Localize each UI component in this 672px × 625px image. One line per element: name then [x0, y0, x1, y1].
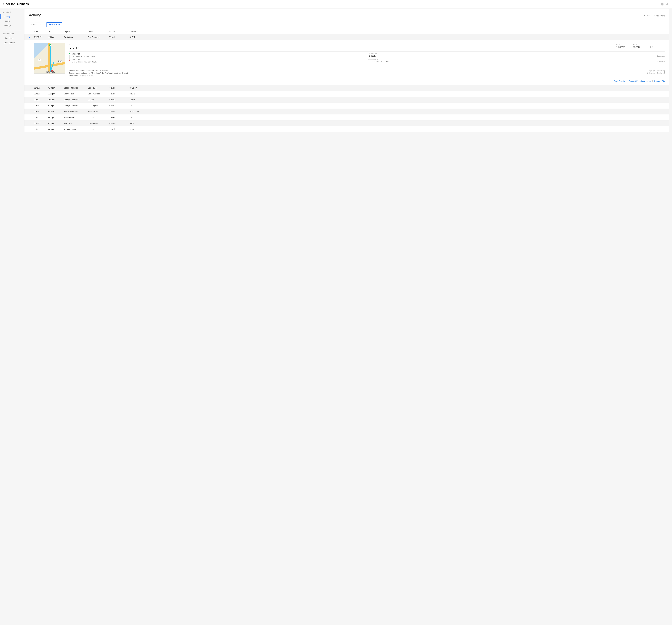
topbar: Uber for Business ?	[0, 0, 672, 8]
cell-service: Travel	[110, 36, 129, 38]
brand-logo: Uber for Business	[3, 2, 29, 6]
activity-panel: Activity All (525)Flagged (1) All Trips …	[24, 9, 669, 132]
cell-employee: Mamie Paul	[64, 93, 88, 95]
tab-all[interactable]: All (525)	[644, 15, 651, 18]
trip-actions: Email Receipt | Request More Information…	[69, 78, 665, 85]
expense-memo-value: Lunch meeting with client	[368, 60, 389, 62]
sidebar-divider	[3, 30, 21, 30]
cell-service: Travel	[110, 116, 129, 119]
chevron-right-icon[interactable]: ›	[29, 122, 34, 124]
cell-service: Central	[110, 122, 129, 124]
map-city-label: Daly City	[46, 71, 55, 73]
note-line: Expense code updated from “GENERAL” to “…	[69, 70, 665, 72]
trips-filter-select[interactable]: All Trips ▼	[29, 22, 45, 27]
cell-location: Los Angeles	[88, 122, 110, 124]
sidebar-item-people[interactable]: People	[0, 19, 24, 23]
cell-employee: Nicholas Mann	[64, 116, 88, 119]
sidebar: ACCOUNT ActivityPeopleSettings PERMISSIO…	[0, 8, 24, 138]
cell-employee: Kyle Ortiz	[64, 122, 88, 124]
col-employee: Employee	[64, 31, 88, 33]
chevron-right-icon[interactable]: ›	[29, 117, 34, 118]
expense-code-value: HDS2017	[368, 55, 376, 57]
cell-service: Travel	[110, 128, 129, 130]
cell-time: 01:25pm	[48, 104, 64, 107]
cell-employee: Aaron Benson	[64, 128, 88, 130]
sidebar-item-uber-central[interactable]: Uber Central	[0, 41, 24, 45]
trip-row[interactable]: ›01/25/1701:46pmBeatrice MoralesSao Paul…	[24, 85, 669, 91]
fare-label: Fare	[69, 44, 614, 46]
expense-memo-ago: 2 days ago	[657, 60, 665, 62]
chevron-right-icon[interactable]: ›	[29, 87, 34, 89]
sidebar-item-uber-travel[interactable]: Uber Travel	[0, 36, 24, 41]
trip-map[interactable]: 35 280 1 Daly City	[34, 43, 65, 74]
sidebar-item-settings[interactable]: Settings	[0, 23, 24, 28]
cell-amount: $R31.49	[129, 87, 146, 89]
cell-date: 01/13/17	[34, 128, 48, 130]
miles-value: 7.2	[650, 46, 665, 48]
trip-row[interactable]: ›01/16/1708:20amBeatrice MoralesMexico C…	[24, 108, 669, 115]
pickup-dot-icon	[69, 53, 70, 55]
cell-date: 01/16/17	[34, 116, 48, 119]
trip-row[interactable]: ›01/13/1707:39pmKyle OrtizLos AngelesCen…	[24, 120, 669, 126]
cell-location: Sao Paulo	[88, 87, 110, 89]
chevron-right-icon[interactable]: ›	[29, 99, 34, 101]
chevron-right-icon[interactable]: ›	[29, 93, 34, 95]
profile-icon[interactable]	[666, 3, 669, 5]
cell-time: 11:13pm	[48, 93, 64, 95]
map-shield-280: 280	[58, 60, 62, 62]
cell-amount: $27	[129, 104, 146, 107]
cell-time: 07:39pm	[48, 122, 64, 124]
trip-row[interactable]: ›01/13/1706:10amAaron BensonLondonTravel…	[24, 126, 669, 132]
cell-amount: £29.48	[129, 99, 146, 101]
cell-service: Central	[110, 99, 129, 101]
trip-row[interactable]: ›01/19/1701:25pmGeorgie PetersonLos Ange…	[24, 103, 669, 108]
resolve-trip-link[interactable]: Resolve Trip	[654, 80, 665, 82]
trip-row-expanded[interactable]: ⌄ 01/26/17 12:30pm Sylvia Carr San Franc…	[24, 34, 669, 40]
cell-employee: Sylvia Carr	[64, 36, 88, 38]
cell-time: 01:46pm	[48, 87, 64, 89]
trip-id-value: A4B0FA9F	[616, 46, 631, 48]
cell-date: 01/19/17	[34, 104, 48, 107]
fare-value: $17.15	[69, 46, 614, 50]
help-icon[interactable]: ?	[661, 3, 664, 5]
cell-amount: $17.15	[129, 36, 146, 38]
cell-location: San Francisco	[88, 36, 110, 38]
cell-location: London	[88, 116, 110, 119]
cell-amount: MX$471.34	[129, 110, 146, 112]
page-title: Activity	[29, 13, 41, 17]
chevron-down-icon[interactable]: ⌄	[29, 36, 34, 38]
chevron-right-icon[interactable]: ›	[29, 128, 34, 130]
sidebar-item-activity[interactable]: Activity	[0, 14, 24, 19]
tab-flagged[interactable]: Flagged (1)	[654, 15, 665, 18]
request-info-link[interactable]: Request More Information	[629, 80, 651, 82]
trip-row[interactable]: ›01/16/1705:11pmNicholas MannLondonTrave…	[24, 115, 669, 120]
dropoff-address: 1422 El Camino Real, Daly City, CA	[72, 61, 97, 63]
cell-location: London	[88, 99, 110, 101]
cell-location: London	[88, 128, 110, 130]
export-csv-button[interactable]: EXPORT CSV	[47, 22, 62, 27]
cell-amount: £32	[129, 116, 146, 119]
expense-memo-label: Expense Memo	[368, 58, 665, 60]
chevron-right-icon[interactable]: ›	[29, 110, 34, 112]
chevron-right-icon[interactable]: ›	[29, 105, 34, 106]
trip-row[interactable]: ›01/21/1711:13pmMamie PaulSan FranciscoT…	[24, 91, 669, 97]
cell-time: 10:02am	[48, 99, 64, 101]
svg-point-0	[667, 3, 668, 4]
col-time: Time	[48, 31, 64, 33]
email-receipt-link[interactable]: Email Receipt	[614, 80, 625, 82]
note-line: Trip Flagged 5 days ago • [Admin]	[69, 74, 665, 77]
cell-amount: $3.50	[129, 122, 146, 124]
cell-time: 08:20am	[48, 110, 64, 112]
trip-row[interactable]: ›01/20/1710:02amGeorgie PetersonLondonCe…	[24, 97, 669, 103]
sidebar-section-account: ACCOUNT	[0, 11, 24, 14]
cell-time: 12:30pm	[48, 36, 64, 38]
cell-location: Los Angeles	[88, 104, 110, 107]
cell-amount: $21.41	[129, 93, 146, 95]
cell-date: 01/16/17	[34, 110, 48, 112]
cell-date: 01/25/17	[34, 87, 48, 89]
col-date: Date	[34, 31, 48, 33]
trip-detail: 35 280 1 Daly City Fare $17.15 Trip	[24, 40, 669, 85]
cell-service: Central	[110, 104, 129, 107]
col-location: Location	[88, 31, 110, 33]
cell-time: 06:10am	[48, 128, 64, 130]
